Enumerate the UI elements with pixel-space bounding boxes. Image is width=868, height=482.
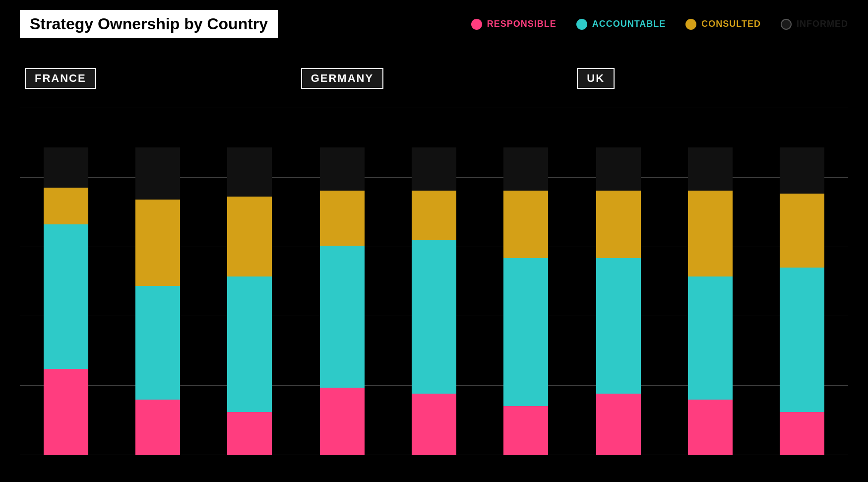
segment-responsible	[688, 400, 733, 455]
country-group-france: FRANCE	[20, 68, 296, 455]
segment-informed	[688, 147, 733, 191]
chart-header: Strategy Ownership by Country RESPONSIBL…	[20, 10, 848, 38]
stacked-bar-uk-0	[596, 147, 641, 455]
legend-dot-informed	[781, 19, 792, 30]
segment-responsible	[135, 400, 180, 455]
segment-accountable	[596, 258, 641, 394]
segment-consulted	[412, 191, 456, 240]
stacked-bar-germany-2	[503, 147, 548, 455]
bar-wrapper-germany-1	[393, 147, 476, 455]
bar-wrapper-france-1	[117, 147, 199, 455]
segment-accountable	[44, 224, 88, 369]
chart-title: Strategy Ownership by Country	[30, 15, 268, 33]
legend-dot-responsible	[471, 19, 482, 30]
legend-item-consulted: CONSULTED	[685, 19, 761, 30]
segment-informed	[412, 147, 456, 191]
bars-row-uk	[572, 104, 848, 455]
country-label-uk: UK	[587, 72, 605, 84]
legend-item-accountable: ACCOUNTABLE	[576, 19, 666, 30]
segment-consulted	[503, 191, 548, 258]
segment-responsible	[503, 406, 548, 455]
segment-responsible	[227, 412, 272, 455]
bar-wrapper-france-0	[25, 147, 108, 455]
country-label-france: FRANCE	[35, 72, 86, 84]
bar-wrapper-france-2	[208, 147, 291, 455]
countries-wrapper: FRANCEGERMANYUK	[20, 68, 848, 455]
segment-responsible	[596, 394, 641, 455]
segment-accountable	[227, 276, 272, 412]
legend-label-informed: INFORMED	[797, 19, 848, 29]
bar-wrapper-germany-2	[484, 147, 567, 455]
segment-responsible	[412, 394, 456, 455]
legend: RESPONSIBLEACCOUNTABLECONSULTEDINFORMED	[471, 19, 848, 30]
segment-accountable	[412, 240, 456, 394]
segment-accountable	[320, 246, 365, 387]
chart-area: FRANCEGERMANYUK	[20, 68, 848, 455]
segment-responsible	[44, 369, 88, 455]
segment-consulted	[44, 188, 88, 224]
legend-dot-accountable	[576, 19, 587, 30]
country-label-germany: GERMANY	[311, 72, 373, 84]
legend-item-informed: INFORMED	[781, 19, 848, 30]
segment-informed	[780, 147, 824, 194]
stacked-bar-france-1	[135, 147, 180, 455]
segment-informed	[320, 147, 365, 191]
segment-consulted	[320, 191, 365, 246]
bars-row-germany	[296, 104, 572, 455]
segment-informed	[596, 147, 641, 191]
stacked-bar-germany-1	[412, 147, 456, 455]
segment-accountable	[780, 268, 824, 412]
stacked-bar-germany-0	[320, 147, 365, 455]
segment-informed	[503, 147, 548, 191]
legend-item-responsible: RESPONSIBLE	[471, 19, 557, 30]
country-group-germany: GERMANY	[296, 68, 572, 455]
segment-informed	[44, 147, 88, 188]
country-label-box-germany: GERMANY	[301, 68, 383, 89]
segment-accountable	[688, 276, 733, 400]
country-label-box-france: FRANCE	[25, 68, 96, 89]
legend-label-accountable: ACCOUNTABLE	[592, 19, 666, 29]
segment-accountable	[503, 258, 548, 406]
bar-wrapper-germany-0	[301, 147, 384, 455]
segment-informed	[135, 147, 180, 200]
stacked-bar-france-2	[227, 147, 272, 455]
bar-wrapper-uk-2	[760, 147, 843, 455]
country-label-box-uk: UK	[577, 68, 615, 89]
segment-consulted	[688, 191, 733, 277]
bar-wrapper-uk-0	[577, 147, 660, 455]
segment-consulted	[135, 200, 180, 286]
segment-consulted	[596, 191, 641, 258]
chart-container: Strategy Ownership by Country RESPONSIBL…	[0, 0, 868, 482]
segment-consulted	[780, 194, 824, 268]
segment-responsible	[780, 412, 824, 455]
stacked-bar-france-0	[44, 147, 88, 455]
title-box: Strategy Ownership by Country	[20, 10, 278, 38]
stacked-bar-uk-2	[780, 147, 824, 455]
bar-wrapper-uk-1	[669, 147, 751, 455]
segment-accountable	[135, 286, 180, 400]
segment-consulted	[227, 197, 272, 276]
stacked-bar-uk-1	[688, 147, 733, 455]
segment-responsible	[320, 388, 365, 455]
country-group-uk: UK	[572, 68, 848, 455]
segment-informed	[227, 147, 272, 197]
legend-label-consulted: CONSULTED	[701, 19, 761, 29]
legend-dot-consulted	[685, 19, 696, 30]
legend-label-responsible: RESPONSIBLE	[487, 19, 557, 29]
bars-row-france	[20, 104, 296, 455]
